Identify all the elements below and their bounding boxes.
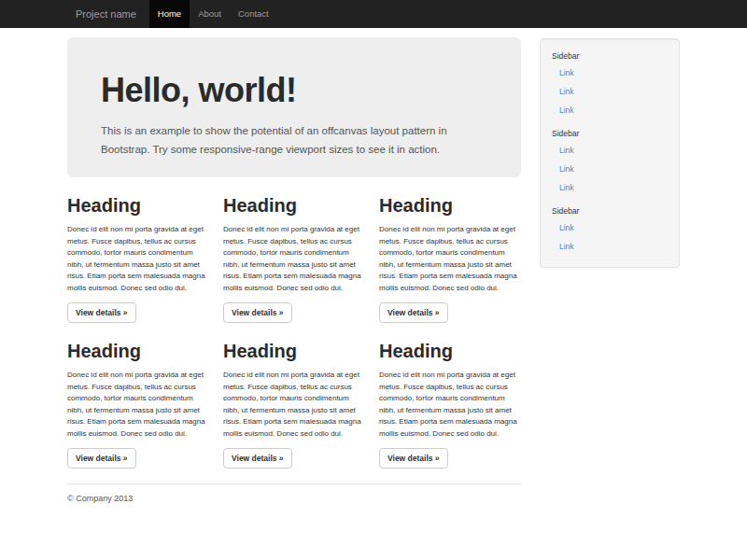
card-heading: Heading	[67, 195, 209, 216]
sidebar-column: SidebarLinkLinkLinkSidebarLinkLinkLinkSi…	[540, 28, 680, 268]
view-details-button[interactable]: View details »	[223, 302, 292, 323]
card-body-text: Donec id elit non mi porta gravida at eg…	[67, 370, 209, 440]
nav-item-home: Home	[149, 0, 190, 28]
sidebar-link[interactable]: Link	[552, 218, 668, 237]
sidebar-link[interactable]: Link	[552, 141, 668, 160]
main-column: Hello, world! This is an example to show…	[67, 28, 521, 531]
card-body-text: Donec id elit non mi porta gravida at eg…	[223, 370, 365, 440]
nav-item-about: About	[190, 0, 230, 28]
content-card: HeadingDonec id elit non mi porta gravid…	[223, 195, 365, 323]
jumbotron-text: This is an example to show the potential…	[101, 121, 476, 159]
sidebar-group: SidebarLinkLink	[552, 205, 668, 256]
sidebar-link[interactable]: Link	[552, 237, 668, 256]
sidebar-link[interactable]: Link	[552, 178, 668, 197]
nav-link-home[interactable]: Home	[149, 0, 190, 28]
nav-item-contact: Contact	[230, 0, 277, 28]
content-card: HeadingDonec id elit non mi porta gravid…	[67, 195, 209, 323]
card-heading: Heading	[379, 341, 521, 361]
card-body-text: Donec id elit non mi porta gravida at eg…	[379, 370, 521, 440]
sidebar-link[interactable]: Link	[552, 160, 668, 178]
page-container: Hello, world! This is an example to show…	[67, 28, 680, 531]
content-card: HeadingDonec id elit non mi porta gravid…	[67, 341, 209, 469]
navbar-menu: HomeAboutContact	[149, 0, 277, 28]
content-card: HeadingDonec id elit non mi porta gravid…	[379, 195, 521, 323]
sidebar-group-title: Sidebar	[552, 205, 668, 217]
card-body-text: Donec id elit non mi porta gravida at eg…	[223, 224, 365, 294]
card-heading: Heading	[379, 195, 521, 216]
view-details-button[interactable]: View details »	[379, 448, 448, 469]
navbar: Project name HomeAboutContact	[0, 0, 747, 28]
view-details-button[interactable]: View details »	[223, 448, 292, 469]
view-details-button[interactable]: View details »	[379, 302, 448, 323]
card-heading: Heading	[223, 341, 365, 361]
sidebar-group-title: Sidebar	[552, 128, 668, 139]
cards-row: HeadingDonec id elit non mi porta gravid…	[67, 195, 521, 323]
sidebar-panel: SidebarLinkLinkLinkSidebarLinkLinkLinkSi…	[540, 38, 680, 268]
jumbotron: Hello, world! This is an example to show…	[67, 37, 521, 177]
nav-link-contact[interactable]: Contact	[230, 0, 277, 28]
sidebar-group: SidebarLinkLinkLink	[552, 128, 668, 197]
view-details-button[interactable]: View details »	[67, 302, 136, 323]
sidebar-link[interactable]: Link	[552, 82, 668, 101]
copyright-text: © Company 2013	[67, 494, 521, 503]
jumbotron-title: Hello, world!	[101, 72, 487, 109]
card-body-text: Donec id elit non mi porta gravida at eg…	[67, 224, 209, 294]
navbar-container: Project name HomeAboutContact	[67, 0, 680, 28]
card-heading: Heading	[223, 195, 365, 216]
nav-link-about[interactable]: About	[190, 0, 230, 28]
view-details-button[interactable]: View details »	[67, 448, 136, 469]
card-body-text: Donec id elit non mi porta gravida at eg…	[379, 224, 521, 294]
footer: © Company 2013	[67, 483, 521, 531]
card-heading: Heading	[67, 341, 209, 361]
content-row: Hello, world! This is an example to show…	[67, 28, 680, 531]
content-card: HeadingDonec id elit non mi porta gravid…	[223, 341, 365, 469]
cards-row: HeadingDonec id elit non mi porta gravid…	[67, 341, 521, 469]
navbar-brand[interactable]: Project name	[67, 0, 149, 28]
content-card: HeadingDonec id elit non mi porta gravid…	[379, 341, 521, 469]
sidebar-group: SidebarLinkLinkLink	[552, 50, 668, 119]
sidebar-group-title: Sidebar	[552, 50, 668, 62]
cards-grid: HeadingDonec id elit non mi porta gravid…	[67, 195, 521, 469]
sidebar-link[interactable]: Link	[552, 101, 668, 119]
sidebar-link[interactable]: Link	[552, 63, 668, 82]
